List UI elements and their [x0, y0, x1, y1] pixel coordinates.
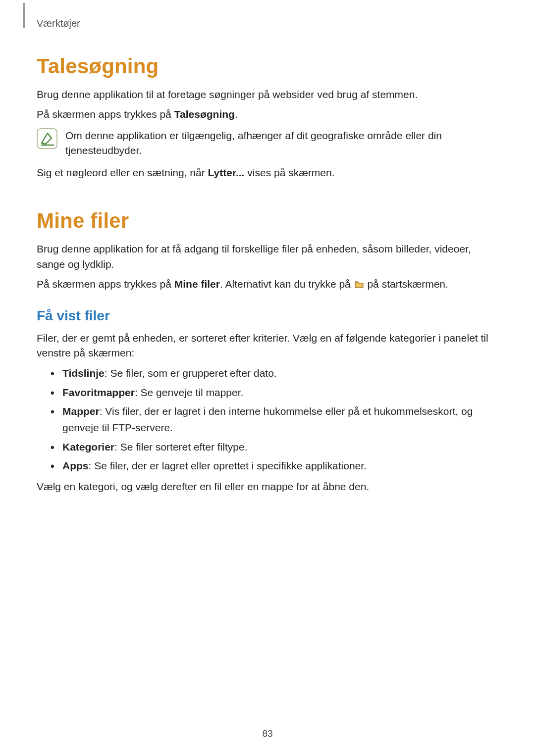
list-item-rest: : Vis filer, der er lagret i den interne… — [62, 405, 473, 433]
text: på startskærmen. — [365, 278, 448, 290]
list-item-rest: : Se filer, som er grupperet efter dato. — [105, 367, 277, 379]
page-content: Talesøgning Brug denne applikation til a… — [37, 54, 498, 494]
heading-mine-filer: Mine filer — [37, 209, 498, 233]
list-item-lead: Apps — [62, 460, 89, 471]
header-rule — [23, 3, 25, 28]
note-block: Om denne applikation er tilgængelig, afh… — [37, 128, 498, 158]
note-text: Om denne applikation er tilgængelig, afh… — [65, 128, 498, 158]
text: . — [235, 108, 238, 120]
list-item-lead: Tidslinje — [62, 367, 105, 379]
list-item-lead: Favoritmapper — [62, 387, 135, 398]
subheading-fa-vist-filer: Få vist filer — [37, 308, 498, 324]
minefiler-p2: På skærmen apps trykkes på Mine filer. A… — [37, 277, 498, 292]
talesogning-p2: På skærmen apps trykkes på Talesøgning. — [37, 107, 498, 122]
list-item-rest: : Se filer sorteret efter filtype. — [114, 441, 247, 453]
list-item-rest: : Se filer, der er lagret eller oprettet… — [89, 460, 367, 471]
category-list: Tidslinje: Se filer, som er grupperet ef… — [37, 365, 498, 474]
talesogning-p3: Sig et nøgleord eller en sætning, når Ly… — [37, 165, 498, 180]
document-page: Værktøjer Talesøgning Brug denne applika… — [0, 0, 535, 756]
list-item: Tidslinje: Se filer, som er grupperet ef… — [37, 365, 498, 382]
list-item-lead: Kategorier — [62, 441, 114, 453]
talesogning-p1: Brug denne applikation til at foretage s… — [37, 87, 498, 102]
list-item: Kategorier: Se filer sorteret efter filt… — [37, 439, 498, 455]
text: . Alternativt kan du trykke på — [220, 278, 354, 290]
heading-talesogning: Talesøgning — [37, 54, 498, 78]
text: På skærmen apps trykkes på — [37, 278, 174, 290]
text: På skærmen apps trykkes på — [37, 108, 174, 120]
list-item-rest: : Se genveje til mapper. — [135, 387, 243, 398]
section-label: Værktøjer — [37, 18, 80, 29]
list-item: Mapper: Vis filer, der er lagret i den i… — [37, 403, 498, 436]
bold-text: Mine filer — [174, 278, 220, 290]
list-item: Favoritmapper: Se genveje til mapper. — [37, 385, 498, 401]
minefiler-p1: Brug denne applikation for at få adgang … — [37, 242, 498, 272]
note-icon — [37, 128, 57, 149]
page-number: 83 — [0, 728, 535, 739]
text: Sig et nøgleord eller en sætning, når — [37, 167, 208, 178]
bold-text: Talesøgning — [174, 108, 235, 120]
list-item: Apps: Se filer, der er lagret eller opre… — [37, 458, 498, 474]
favistfiler-intro: Filer, der er gemt på enheden, er sorter… — [37, 331, 498, 361]
list-item-lead: Mapper — [62, 405, 100, 417]
favistfiler-outro: Vælg en kategori, og vælg derefter en fi… — [37, 479, 498, 494]
bold-text: Lytter... — [208, 167, 245, 178]
text: vises på skærmen. — [244, 167, 334, 178]
folder-icon — [355, 278, 364, 286]
